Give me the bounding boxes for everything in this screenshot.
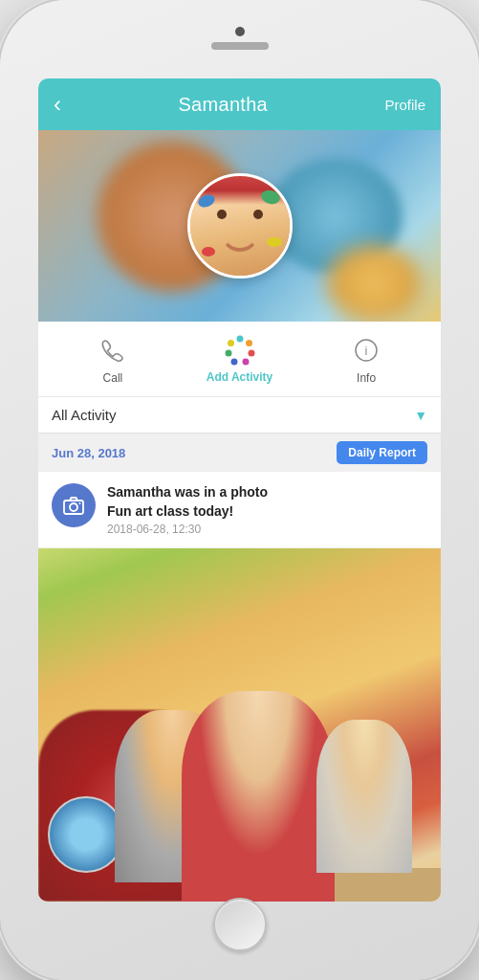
activity-item: Samantha was in a photo Fun art class to… bbox=[38, 472, 441, 548]
svg-point-5 bbox=[225, 350, 231, 357]
info-icon: i bbox=[349, 333, 383, 368]
photo-child3 bbox=[182, 691, 335, 902]
photo-child4 bbox=[316, 720, 412, 873]
hero-bg-blob3 bbox=[326, 245, 422, 322]
face-smile bbox=[221, 233, 259, 252]
face-eye-left bbox=[217, 210, 227, 219]
speaker-slot bbox=[211, 42, 269, 50]
svg-point-0 bbox=[236, 336, 243, 343]
svg-point-11 bbox=[79, 502, 81, 504]
photo-globe bbox=[48, 796, 124, 873]
svg-point-2 bbox=[248, 350, 254, 357]
daily-report-button[interactable]: Daily Report bbox=[337, 441, 427, 464]
svg-rect-9 bbox=[64, 501, 83, 514]
action-row: Call Add Activity bbox=[38, 322, 441, 397]
page-title: Samantha bbox=[178, 94, 268, 116]
activity-photo bbox=[38, 548, 441, 902]
paint-splash-yellow bbox=[267, 237, 282, 247]
camera-dot bbox=[235, 27, 245, 36]
svg-point-4 bbox=[230, 359, 237, 366]
back-button[interactable]: ‹ bbox=[54, 91, 61, 118]
phone-screen: ‹ Samantha Profile bbox=[38, 78, 441, 902]
hero-banner bbox=[38, 130, 441, 322]
child-face-image bbox=[190, 176, 290, 276]
svg-point-1 bbox=[246, 340, 252, 346]
add-activity-icon bbox=[224, 334, 256, 367]
activity-text-block: Samantha was in a photo Fun art class to… bbox=[107, 483, 427, 536]
face-eye-right bbox=[253, 210, 263, 219]
activity-timestamp: 2018-06-28, 12:30 bbox=[107, 523, 427, 536]
add-activity-action[interactable]: Add Activity bbox=[207, 334, 273, 384]
svg-point-10 bbox=[70, 503, 77, 511]
filter-dropdown-arrow: ▼ bbox=[414, 408, 427, 423]
filter-label: All Activity bbox=[52, 407, 117, 423]
svg-point-6 bbox=[228, 340, 234, 346]
date-row: Jun 28, 2018 Daily Report bbox=[38, 434, 441, 472]
paint-splash-red bbox=[202, 247, 215, 256]
profile-link[interactable]: Profile bbox=[384, 97, 425, 113]
avatar bbox=[187, 173, 293, 278]
call-label: Call bbox=[103, 371, 123, 385]
info-label: Info bbox=[357, 371, 376, 385]
phone-top-bar bbox=[211, 27, 269, 50]
info-action[interactable]: i Info bbox=[349, 333, 383, 385]
add-activity-label: Add Activity bbox=[207, 370, 273, 384]
svg-text:i: i bbox=[365, 344, 368, 358]
activity-title: Samantha was in a photo Fun art class to… bbox=[107, 483, 427, 521]
phone-frame: ‹ Samantha Profile bbox=[0, 0, 479, 980]
home-button[interactable] bbox=[213, 898, 267, 951]
call-action[interactable]: Call bbox=[96, 333, 130, 385]
svg-point-3 bbox=[242, 359, 249, 366]
call-icon bbox=[96, 333, 130, 368]
activity-camera-icon-circle bbox=[52, 483, 96, 527]
filter-bar[interactable]: All Activity ▼ bbox=[38, 397, 441, 434]
date-label: Jun 28, 2018 bbox=[52, 446, 125, 460]
header-bar: ‹ Samantha Profile bbox=[38, 78, 441, 130]
